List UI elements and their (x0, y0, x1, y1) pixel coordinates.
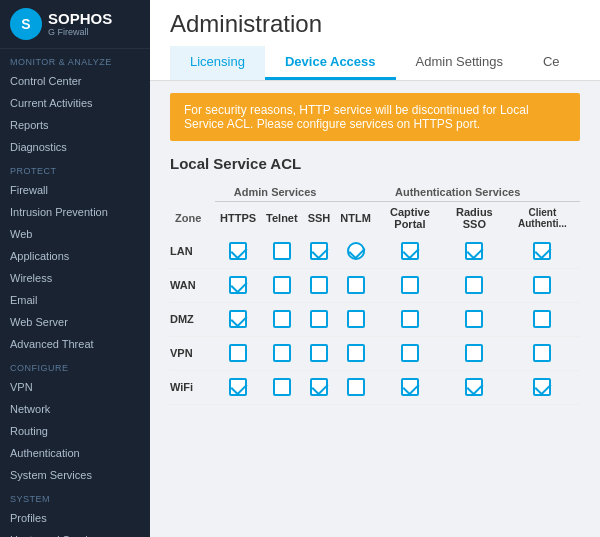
cell-wifi-captive_portal[interactable] (376, 370, 444, 404)
cell-dmz-client_auth[interactable] (505, 302, 580, 336)
sidebar-item-intrusion-prevention[interactable]: Intrusion Prevention (0, 201, 150, 223)
cell-wan-captive_portal[interactable] (376, 268, 444, 302)
checkbox-wifi-ssh[interactable] (310, 378, 328, 396)
checkbox-vpn-ssh[interactable] (310, 344, 328, 362)
checkbox-lan-https[interactable] (229, 242, 247, 260)
sidebar-item-firewall[interactable]: Firewall (0, 179, 150, 201)
tab-licensing[interactable]: Licensing (170, 46, 265, 80)
cell-wifi-ssh[interactable] (303, 370, 336, 404)
sidebar-item-vpn[interactable]: VPN (0, 376, 150, 398)
checkbox-vpn-radius_sso[interactable] (465, 344, 483, 362)
checkbox-vpn-client_auth[interactable] (533, 344, 551, 362)
cell-wan-client_auth[interactable] (505, 268, 580, 302)
checkbox-wan-radius_sso[interactable] (465, 276, 483, 294)
checkbox-wan-ntlm[interactable] (347, 276, 365, 294)
checkbox-vpn-captive_portal[interactable] (401, 344, 419, 362)
logo-sub: G Firewall (48, 27, 112, 37)
sidebar-item-web-server[interactable]: Web Server (0, 311, 150, 333)
cell-wan-radius_sso[interactable] (444, 268, 505, 302)
sidebar-item-routing[interactable]: Routing (0, 420, 150, 442)
checkbox-wan-ssh[interactable] (310, 276, 328, 294)
cell-vpn-ntlm[interactable] (335, 336, 376, 370)
sidebar-item-network[interactable]: Network (0, 398, 150, 420)
checkbox-wifi-telnet[interactable] (273, 378, 291, 396)
cell-dmz-https[interactable] (215, 302, 261, 336)
section-label-system: SYSTEM (0, 486, 150, 507)
acl-table: Admin Services Authentication Services Z… (170, 182, 580, 405)
checkbox-dmz-https[interactable] (229, 310, 247, 328)
sidebar-item-control-center[interactable]: Control Center (0, 70, 150, 92)
sidebar-item-advanced-threat[interactable]: Advanced Threat (0, 333, 150, 355)
checkbox-wifi-client_auth[interactable] (533, 378, 551, 396)
cell-wifi-ntlm[interactable] (335, 370, 376, 404)
cell-lan-ntlm[interactable] (335, 234, 376, 268)
cell-wan-ssh[interactable] (303, 268, 336, 302)
checkbox-wan-captive_portal[interactable] (401, 276, 419, 294)
col-header-radius-sso: Radius SSO (444, 202, 505, 235)
sidebar-item-diagnostics[interactable]: Diagnostics (0, 136, 150, 158)
cell-wifi-https[interactable] (215, 370, 261, 404)
checkbox-lan-telnet[interactable] (273, 242, 291, 260)
cell-lan-client_auth[interactable] (505, 234, 580, 268)
cell-vpn-client_auth[interactable] (505, 336, 580, 370)
checkbox-lan-ntlm[interactable] (347, 242, 365, 260)
checkbox-wifi-https[interactable] (229, 378, 247, 396)
col-header-captive-portal: Captive Portal (376, 202, 444, 235)
checkbox-dmz-telnet[interactable] (273, 310, 291, 328)
sidebar-item-current-activities[interactable]: Current Activities (0, 92, 150, 114)
checkbox-lan-ssh[interactable] (310, 242, 328, 260)
checkbox-wifi-radius_sso[interactable] (465, 378, 483, 396)
cell-lan-https[interactable] (215, 234, 261, 268)
col-header-ntlm: NTLM (335, 202, 376, 235)
sidebar-item-reports[interactable]: Reports (0, 114, 150, 136)
cell-lan-captive_portal[interactable] (376, 234, 444, 268)
tab-admin-settings[interactable]: Admin Settings (396, 46, 523, 80)
checkbox-wan-https[interactable] (229, 276, 247, 294)
sidebar-item-applications[interactable]: Applications (0, 245, 150, 267)
checkbox-dmz-client_auth[interactable] (533, 310, 551, 328)
cell-wan-telnet[interactable] (261, 268, 303, 302)
checkbox-dmz-captive_portal[interactable] (401, 310, 419, 328)
sidebar-item-profiles[interactable]: Profiles (0, 507, 150, 529)
cell-lan-radius_sso[interactable] (444, 234, 505, 268)
tab-device-access[interactable]: Device Access (265, 46, 396, 80)
cell-dmz-ssh[interactable] (303, 302, 336, 336)
cell-wan-https[interactable] (215, 268, 261, 302)
cell-wifi-client_auth[interactable] (505, 370, 580, 404)
cell-wifi-telnet[interactable] (261, 370, 303, 404)
cell-wifi-radius_sso[interactable] (444, 370, 505, 404)
checkbox-wan-client_auth[interactable] (533, 276, 551, 294)
cell-vpn-captive_portal[interactable] (376, 336, 444, 370)
cell-vpn-telnet[interactable] (261, 336, 303, 370)
checkbox-wifi-ntlm[interactable] (347, 378, 365, 396)
cell-lan-ssh[interactable] (303, 234, 336, 268)
checkbox-wifi-captive_portal[interactable] (401, 378, 419, 396)
cell-dmz-radius_sso[interactable] (444, 302, 505, 336)
cell-wan-ntlm[interactable] (335, 268, 376, 302)
sidebar-item-email[interactable]: Email (0, 289, 150, 311)
checkbox-dmz-ntlm[interactable] (347, 310, 365, 328)
sidebar-item-system-services[interactable]: System Services (0, 464, 150, 486)
tab-ce[interactable]: Ce (523, 46, 580, 80)
sidebar-item-wireless[interactable]: Wireless (0, 267, 150, 289)
checkbox-lan-client_auth[interactable] (533, 242, 551, 260)
checkbox-lan-radius_sso[interactable] (465, 242, 483, 260)
cell-lan-telnet[interactable] (261, 234, 303, 268)
cell-vpn-https[interactable] (215, 336, 261, 370)
cell-dmz-telnet[interactable] (261, 302, 303, 336)
checkbox-dmz-radius_sso[interactable] (465, 310, 483, 328)
checkbox-dmz-ssh[interactable] (310, 310, 328, 328)
checkbox-lan-captive_portal[interactable] (401, 242, 419, 260)
sidebar-item-web[interactable]: Web (0, 223, 150, 245)
checkbox-vpn-ntlm[interactable] (347, 344, 365, 362)
checkbox-vpn-telnet[interactable] (273, 344, 291, 362)
alert-banner: For security reasons, HTTP service will … (170, 93, 580, 141)
cell-vpn-radius_sso[interactable] (444, 336, 505, 370)
checkbox-wan-telnet[interactable] (273, 276, 291, 294)
cell-dmz-captive_portal[interactable] (376, 302, 444, 336)
cell-dmz-ntlm[interactable] (335, 302, 376, 336)
cell-vpn-ssh[interactable] (303, 336, 336, 370)
sidebar-item-authentication[interactable]: Authentication (0, 442, 150, 464)
sidebar-item-hosts-and-services[interactable]: Hosts and Services (0, 529, 150, 537)
checkbox-vpn-https[interactable] (229, 344, 247, 362)
